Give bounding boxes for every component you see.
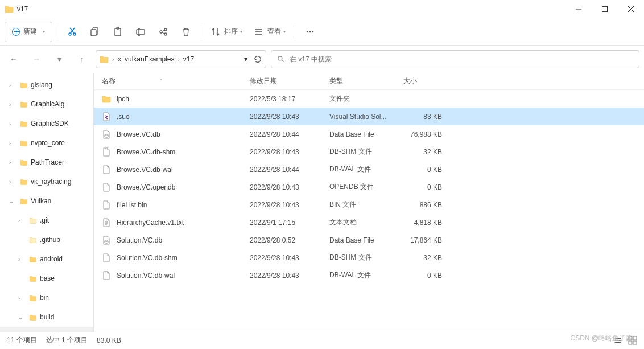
file-size: 886 KB	[395, 201, 447, 209]
chevron-down-icon[interactable]: ▾	[244, 55, 247, 63]
col-size[interactable]: 大小	[395, 76, 447, 86]
file-row[interactable]: Browse.VC.db2022/9/28 10:44Data Base Fil…	[94, 125, 644, 143]
folder-icon	[19, 198, 28, 205]
expand-icon[interactable]: ›	[18, 256, 26, 262]
tree-item-bin[interactable]: ›bin	[0, 288, 93, 307]
new-button[interactable]: 新建 ▾	[5, 22, 52, 42]
db-icon	[102, 236, 111, 245]
folder-icon	[28, 236, 38, 244]
expand-icon[interactable]: ›	[9, 121, 17, 127]
expand-icon[interactable]: ›	[18, 217, 26, 224]
col-date[interactable]: 修改日期	[242, 76, 321, 86]
rename-button[interactable]	[130, 22, 151, 42]
tree-item-git[interactable]: ›.git	[0, 211, 93, 230]
file-row[interactable]: .suo2022/9/28 10:43Visual Studio Sol...8…	[94, 108, 644, 125]
expand-icon[interactable]: ›	[9, 179, 17, 185]
refresh-icon[interactable]	[253, 55, 262, 64]
tree-item-github[interactable]: .github	[0, 230, 93, 249]
expand-icon[interactable]: ›	[9, 140, 17, 146]
tree-item-GraphicAlg[interactable]: ›GraphicAlg	[0, 95, 93, 114]
file-row[interactable]: Solution.VC.db2022/9/28 0:52Data Base Fi…	[94, 231, 644, 249]
plus-icon	[12, 28, 20, 36]
expand-icon[interactable]: ⌄	[9, 198, 17, 204]
file-row[interactable]: HierarchyCache.v1.txt2022/9/1 17:15文本文档4…	[94, 213, 644, 231]
file-type: Data Base File	[321, 236, 395, 244]
svg-rect-16	[629, 336, 632, 340]
file-name: Browse.VC.db-shm	[117, 148, 175, 156]
file-row[interactable]: fileList.bin2022/9/28 10:43BIN 文件886 KB	[94, 196, 644, 213]
tree-item-Vulkan[interactable]: ⌄Vulkan	[0, 191, 93, 211]
file-size: 0 KB	[395, 272, 447, 280]
copy-button[interactable]	[85, 22, 105, 42]
expand-icon[interactable]: ›	[9, 82, 17, 88]
back-button[interactable]: ←	[5, 50, 23, 68]
col-name[interactable]: 名称˄	[94, 76, 242, 86]
address-seg[interactable]: vulkanExamples	[125, 55, 174, 63]
expand-icon[interactable]: ›	[18, 295, 26, 301]
address-bar-row: ← → ▾ ↑ › « vulkanExamples › v17 ▾	[0, 46, 644, 73]
tree-item-android[interactable]: ›android	[0, 249, 93, 269]
window-title: v17	[17, 5, 28, 13]
file-name: fileList.bin	[117, 201, 147, 209]
up-button[interactable]: ↑	[73, 50, 91, 68]
tree-item-nvpro_core[interactable]: ›nvpro_core	[0, 133, 93, 153]
search-box[interactable]	[271, 50, 639, 68]
close-button[interactable]	[618, 0, 644, 18]
file-icon	[102, 200, 111, 210]
tree-item-base[interactable]: base	[0, 269, 93, 288]
tree-item-glslang[interactable]: ›glslang	[0, 75, 93, 95]
tree-label: android	[40, 255, 63, 263]
file-row[interactable]: Browse.VC.db-shm2022/9/28 10:43DB-SHM 文件…	[94, 143, 644, 161]
db-icon	[102, 130, 111, 139]
tree-item-vs[interactable]: ›.vs	[0, 327, 93, 332]
maximize-button[interactable]	[592, 0, 618, 18]
forward-button[interactable]: →	[27, 50, 46, 68]
sort-label: 排序	[224, 27, 238, 36]
folder-icon	[28, 314, 38, 321]
file-row[interactable]: Solution.VC.db-shm2022/9/28 10:43DB-SHM …	[94, 249, 644, 266]
expand-icon[interactable]: ⌄	[18, 314, 26, 321]
tree-label: base	[40, 274, 55, 282]
file-row[interactable]: Browse.VC.opendb2022/9/28 10:43OPENDB 文件…	[94, 178, 644, 196]
file-type: Data Base File	[321, 130, 395, 138]
details-view-icon[interactable]	[613, 336, 622, 345]
svg-rect-18	[629, 341, 632, 344]
recent-button[interactable]: ▾	[50, 50, 68, 68]
col-type[interactable]: 类型	[321, 76, 395, 86]
file-name: HierarchyCache.v1.txt	[117, 219, 184, 227]
view-button[interactable]: 查看 ▾	[249, 22, 290, 42]
tree-item-PathTracer[interactable]: ›PathTracer	[0, 153, 93, 172]
tree-item-build[interactable]: ⌄build	[0, 307, 93, 327]
address-bar[interactable]: › « vulkanExamples › v17 ▾	[96, 50, 266, 68]
svg-rect-15	[602, 7, 608, 12]
address-overflow[interactable]: «	[117, 55, 121, 63]
share-icon	[158, 27, 168, 37]
suo-icon	[102, 112, 111, 121]
share-button[interactable]	[153, 22, 174, 42]
selected-size: 83.0 KB	[97, 336, 121, 344]
file-row[interactable]: ipch2022/5/3 18:17文件夹	[94, 90, 644, 108]
titlebar: v17	[0, 0, 644, 18]
tree-label: vk_raytracing	[31, 178, 71, 186]
tree-item-vk_raytracing[interactable]: ›vk_raytracing	[0, 172, 93, 191]
paste-button[interactable]	[108, 22, 128, 42]
tiles-view-icon[interactable]	[628, 336, 637, 345]
sort-button[interactable]: 排序 ▾	[206, 22, 247, 42]
minimize-button[interactable]	[565, 0, 592, 18]
delete-button[interactable]	[176, 22, 196, 42]
file-row[interactable]: Browse.VC.db-wal2022/9/28 10:44DB-WAL 文件…	[94, 161, 644, 178]
more-button[interactable]	[300, 22, 320, 42]
cut-button[interactable]	[62, 22, 82, 42]
expand-icon[interactable]: ›	[9, 159, 17, 166]
paste-icon	[113, 27, 123, 37]
nav-tree[interactable]: ›glslang›GraphicAlg›GraphicSDK›nvpro_cor…	[0, 73, 94, 332]
file-date: 2022/9/28 10:43	[242, 272, 321, 280]
address-seg[interactable]: v17	[183, 55, 194, 63]
title-folder-icon	[5, 5, 14, 14]
sort-icon	[210, 27, 221, 37]
search-input[interactable]	[290, 55, 633, 63]
file-row[interactable]: Solution.VC.db-wal2022/9/28 10:43DB-WAL …	[94, 266, 644, 284]
expand-icon[interactable]: ›	[9, 101, 17, 108]
tree-item-GraphicSDK[interactable]: ›GraphicSDK	[0, 114, 93, 133]
tree-label: build	[40, 313, 54, 321]
